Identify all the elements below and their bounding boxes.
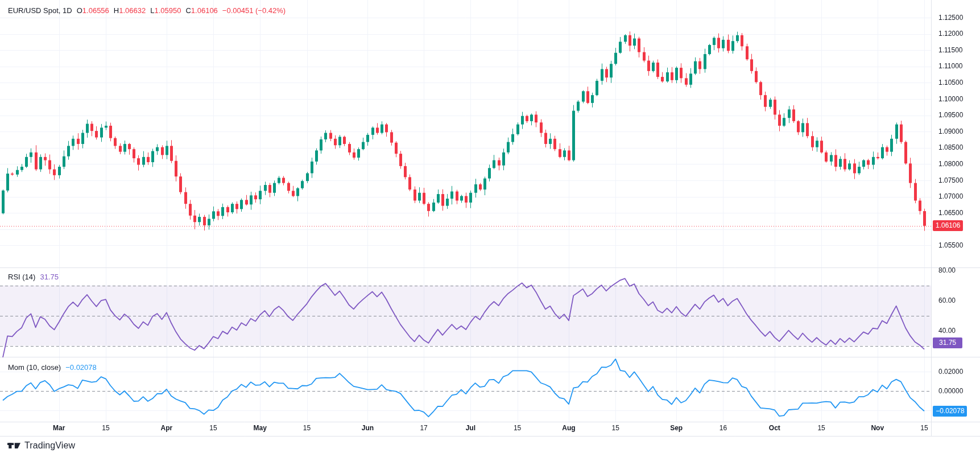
rsi-indicator-value: 31.75 xyxy=(40,273,59,281)
last-price-badge: 1.06106 xyxy=(933,220,963,231)
change-value: −0.00451 (−0.42%) xyxy=(222,6,286,15)
rsi-indicator-title[interactable]: RSI (14) xyxy=(8,273,35,281)
tradingview-chart-widget: EUR/USD Spot, 1D O1.06556 H1.06632 L1.05… xyxy=(0,0,980,457)
symbol-title[interactable]: EUR/USD Spot, 1D xyxy=(8,6,72,15)
rsi-pane-header: RSI (14) 31.75 xyxy=(8,273,59,281)
chart-canvas[interactable] xyxy=(0,0,980,457)
momentum-value-badge: −0.02078 xyxy=(933,406,967,417)
tradingview-logo-icon xyxy=(7,442,20,450)
momentum-indicator-value: −0.02078 xyxy=(65,363,97,372)
rsi-value-badge: 31.75 xyxy=(933,337,962,348)
symbol-header: EUR/USD Spot, 1D O1.06556 H1.06632 L1.05… xyxy=(8,6,286,15)
ohlc-open: O1.06556 xyxy=(77,6,109,15)
ohlc-low: L1.05950 xyxy=(150,6,181,15)
ohlc-high: H1.06632 xyxy=(114,6,146,15)
ohlc-close: C1.06106 xyxy=(185,6,217,15)
momentum-indicator-title[interactable]: Mom (10, close) xyxy=(8,363,61,372)
momentum-pane-header: Mom (10, close) −0.02078 xyxy=(8,363,97,372)
tradingview-logo[interactable]: TradingView xyxy=(7,440,75,451)
tradingview-logo-text: TradingView xyxy=(24,440,75,451)
